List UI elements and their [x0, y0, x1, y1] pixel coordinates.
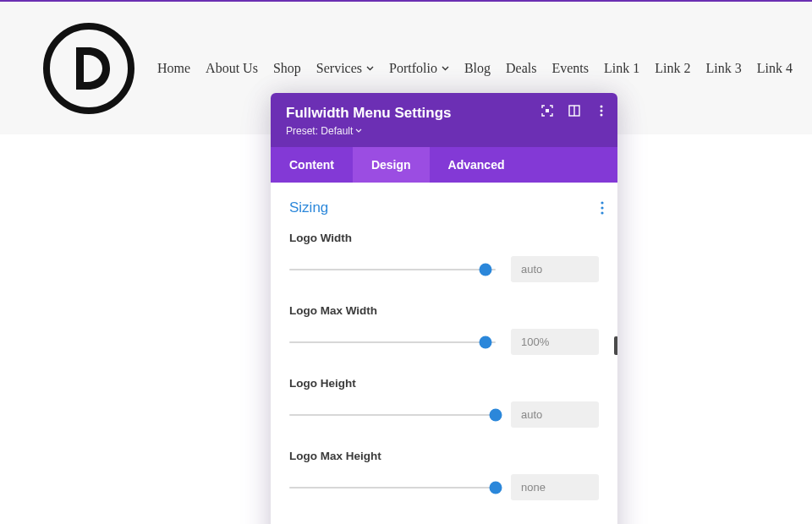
nav-item-label: About Us [206, 61, 258, 76]
nav-item-label: Shop [273, 61, 301, 76]
modal-header-actions [541, 105, 607, 117]
nav-item-label: Link 4 [757, 61, 793, 76]
nav-item-label: Services [316, 61, 362, 76]
nav-item-label: Link 3 [705, 61, 741, 76]
nav-item-label: Link 1 [604, 61, 639, 76]
modal-tabs: Content Design Advanced [271, 147, 617, 183]
svg-point-0 [47, 26, 131, 111]
svg-point-5 [601, 110, 603, 112]
slider[interactable] [289, 336, 496, 349]
slider-track [289, 414, 496, 416]
nav-item-blog[interactable]: Blog [464, 61, 491, 76]
control-label: Logo Width [289, 232, 599, 244]
value-input[interactable]: auto [511, 401, 599, 428]
chevron-down-icon [355, 128, 362, 134]
tab-advanced[interactable]: Advanced [430, 147, 524, 183]
section-options-icon[interactable] [601, 201, 604, 215]
nav-item-link-4[interactable]: Link 4 [757, 61, 793, 76]
nav-item-events[interactable]: Events [551, 61, 589, 76]
nav-item-link-1[interactable]: Link 1 [604, 61, 639, 76]
value-input[interactable]: auto [511, 256, 599, 282]
expand-icon[interactable] [541, 105, 553, 117]
slider-thumb[interactable] [490, 481, 502, 494]
svg-point-7 [601, 201, 603, 204]
control-row: auto [289, 401, 599, 428]
control-logo-height: Logo Heightauto [289, 377, 599, 428]
nav-item-home[interactable]: Home [157, 61, 190, 76]
slider-track [289, 487, 496, 489]
chevron-down-icon [366, 66, 374, 71]
control-label: Logo Max Width [289, 304, 599, 317]
svg-point-8 [601, 206, 603, 209]
preset-label: Preset: Default [286, 125, 353, 137]
svg-point-9 [601, 211, 603, 214]
slider[interactable] [289, 263, 496, 276]
control-logo-max-height: Logo Max Heightnone [289, 450, 599, 500]
modal-panel: Sizing Logo WidthautoLogo Max Width100%L… [271, 183, 617, 524]
slider-thumb[interactable] [490, 408, 502, 421]
nav-item-deals[interactable]: Deals [506, 61, 536, 76]
nav-item-shop[interactable]: Shop [273, 61, 301, 76]
control-logo-max-width: Logo Max Width100% [289, 304, 599, 355]
section-title[interactable]: Sizing [289, 199, 599, 216]
svg-rect-1 [546, 109, 549, 112]
svg-point-4 [601, 106, 603, 108]
kebab-menu-icon[interactable] [595, 105, 607, 117]
control-row: none [289, 474, 599, 500]
slider[interactable] [289, 481, 496, 494]
tab-content[interactable]: Content [271, 147, 353, 183]
control-row: auto [289, 256, 599, 282]
scrollbar-thumb[interactable] [614, 336, 617, 355]
nav-item-label: Home [157, 61, 190, 76]
modal-header[interactable]: Fullwidth Menu Settings Preset: Default [271, 93, 617, 147]
nav-item-about-us[interactable]: About Us [206, 61, 258, 76]
nav-item-label: Link 2 [655, 61, 690, 76]
main-nav: HomeAbout UsShopServicesPortfolioBlogDea… [157, 61, 793, 76]
nav-item-link-3[interactable]: Link 3 [705, 61, 741, 76]
slider-thumb[interactable] [479, 336, 491, 348]
nav-item-link-2[interactable]: Link 2 [655, 61, 690, 76]
svg-point-6 [601, 114, 603, 117]
control-label: Logo Max Height [289, 450, 599, 462]
slider-track [289, 269, 496, 270]
columns-icon[interactable] [568, 105, 580, 117]
value-input[interactable]: none [511, 474, 599, 500]
slider-track [289, 341, 496, 343]
tab-design[interactable]: Design [353, 147, 430, 183]
control-logo-width: Logo Widthauto [289, 232, 599, 282]
chevron-down-icon [442, 66, 449, 71]
value-input[interactable]: 100% [511, 329, 599, 355]
nav-item-label: Events [551, 61, 589, 76]
nav-item-label: Deals [506, 61, 536, 76]
preset-selector[interactable]: Preset: Default [286, 125, 602, 137]
slider-thumb[interactable] [479, 263, 491, 276]
control-row: 100% [289, 329, 599, 355]
nav-item-label: Blog [464, 61, 491, 76]
settings-modal: Fullwidth Menu Settings Preset: Default [271, 93, 617, 524]
nav-item-label: Portfolio [389, 61, 437, 76]
divi-logo [41, 20, 137, 117]
nav-item-services[interactable]: Services [316, 61, 374, 76]
slider[interactable] [289, 408, 496, 422]
nav-item-portfolio[interactable]: Portfolio [389, 61, 449, 76]
control-label: Logo Height [289, 377, 599, 390]
